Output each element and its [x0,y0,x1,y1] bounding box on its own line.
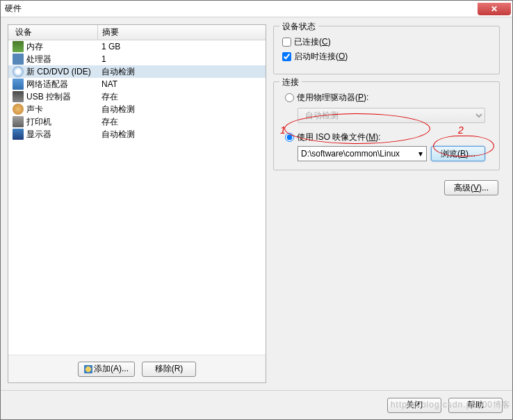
table-row[interactable]: 处理器 1 [8,53,266,65]
connection-group: 连接 使用物理驱动器(P): 自动检测 使用 ISO 映像文件(M): ▾ 浏览… [273,81,500,170]
device-summary: 自动检测 [100,104,266,115]
titlebar: 硬件 ✕ [1,1,512,17]
iso-path-input[interactable] [298,146,427,161]
device-name: 内存 [26,41,100,53]
close-icon[interactable]: ✕ [478,3,511,15]
connection-legend: 连接 [279,76,302,88]
device-name: 显示器 [26,129,100,140]
add-button[interactable]: 添加(A)... [78,362,135,377]
device-name: 网络适配器 [26,79,100,90]
remove-button[interactable]: 移除(R) [142,362,196,377]
device-name: 打印机 [26,116,100,128]
display-icon [13,129,24,140]
device-table-header: 设备 摘要 [8,25,266,40]
printer-icon [13,116,24,127]
physical-drive-label: 使用物理驱动器(P): [297,92,368,104]
device-status-legend: 设备状态 [279,21,318,33]
device-summary: 1 GB [100,42,266,51]
connect-at-poweron-label: 启动时连接(O) [294,51,348,63]
device-summary: 存在 [100,116,266,128]
device-summary: 1 [100,54,266,64]
browse-button[interactable]: 浏览(B)... [431,146,485,161]
connected-checkbox[interactable] [282,38,291,47]
close-button[interactable]: 关闭 [387,398,441,413]
device-summary: NAT [100,79,266,89]
device-summary: 自动检测 [100,129,266,140]
device-name: USB 控制器 [26,91,100,103]
table-row[interactable]: 显示器 自动检测 [8,128,266,140]
iso-file-label: 使用 ISO 映像文件(M): [297,131,381,143]
device-summary: 自动检测 [100,66,266,78]
table-row[interactable]: USB 控制器 存在 [8,90,266,103]
device-status-group: 设备状态 已连接(C) 启动时连接(O) [273,26,500,74]
help-button[interactable]: 帮助 [448,398,503,413]
footer: 关闭 帮助 [1,390,512,419]
memory-icon [13,41,24,52]
connect-at-poweron-checkbox[interactable] [282,52,291,61]
network-icon [13,79,24,90]
advanced-button[interactable]: 高级(V)... [444,180,498,195]
table-row[interactable]: 打印机 存在 [8,115,266,128]
cpu-icon [13,54,24,65]
column-device[interactable]: 设备 [8,26,97,38]
annotation-1: 1 [280,124,286,136]
chevron-down-icon[interactable]: ▾ [418,149,423,159]
connected-label: 已连接(C) [294,36,331,48]
table-row[interactable]: 新 CD/DVD (IDE) 自动检测 [8,65,266,78]
physical-drive-select[interactable]: 自动检测 [298,108,485,123]
sound-icon [13,104,24,115]
device-name: 声卡 [26,104,100,115]
device-list-panel: 设备 摘要 内存 1 GB 处理器 1 新 CD/DVD (IDE) 自动检测 [8,24,266,383]
shield-icon [84,365,92,373]
device-summary: 存在 [100,91,266,103]
annotation-2: 2 [458,124,464,136]
window-title: 硬件 [1,3,22,15]
column-summary[interactable]: 摘要 [97,25,266,40]
usb-icon [13,91,24,102]
physical-drive-radio[interactable] [285,93,294,102]
iso-file-radio[interactable] [285,133,294,142]
device-name: 处理器 [26,54,100,65]
cd-icon [13,66,24,77]
device-name: 新 CD/DVD (IDE) [26,66,100,78]
table-row[interactable]: 声卡 自动检测 [8,103,266,115]
table-row[interactable]: 内存 1 GB [8,40,266,53]
table-row[interactable]: 网络适配器 NAT [8,78,266,90]
